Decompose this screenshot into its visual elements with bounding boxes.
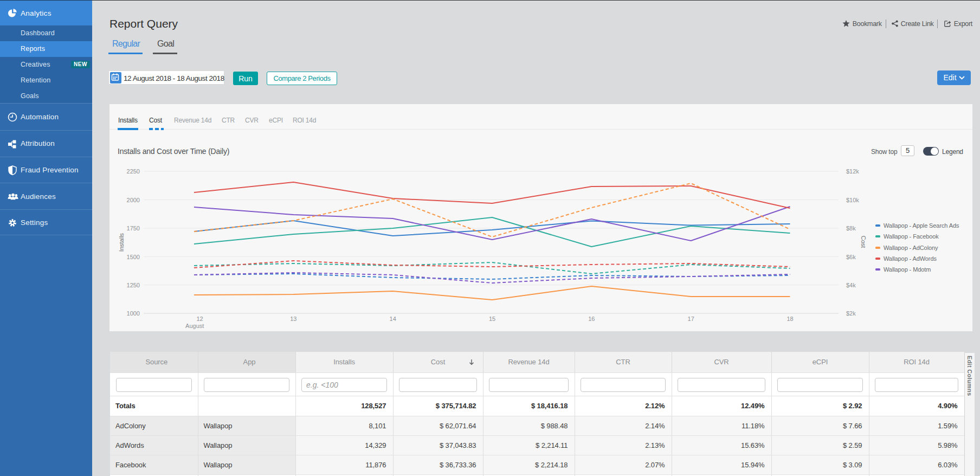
svg-text:14: 14 [390, 316, 396, 322]
svg-text:17: 17 [688, 316, 694, 322]
svg-text:Installs: Installs [118, 233, 125, 252]
svg-text:Wallapop - Mdotm: Wallapop - Mdotm [884, 266, 931, 273]
svg-text:$8k: $8k [846, 225, 856, 231]
svg-text:1000: 1000 [127, 310, 140, 317]
svg-text:15: 15 [489, 316, 495, 322]
svg-text:18: 18 [786, 316, 793, 322]
svg-text:Wallapop - Facebook: Wallapop - Facebook [884, 233, 939, 240]
svg-text:$2k: $2k [846, 310, 856, 317]
svg-text:$10k: $10k [846, 197, 859, 203]
svg-text:Wallapop - AdWords: Wallapop - AdWords [884, 255, 937, 262]
svg-text:$12k: $12k [846, 168, 859, 175]
svg-text:1250: 1250 [127, 282, 140, 288]
svg-text:16: 16 [588, 316, 595, 322]
svg-text:2000: 2000 [127, 197, 140, 203]
svg-text:1750: 1750 [127, 225, 140, 231]
svg-text:Wallapop - AdColony: Wallapop - AdColony [884, 245, 938, 251]
svg-text:$6k: $6k [846, 254, 856, 260]
svg-text:12: 12 [196, 316, 203, 322]
svg-text:13: 13 [290, 316, 296, 322]
svg-text:2250: 2250 [127, 168, 140, 175]
svg-text:Wallapop - Apple Search Ads: Wallapop - Apple Search Ads [884, 222, 959, 229]
svg-text:1500: 1500 [127, 254, 140, 260]
svg-text:Cost: Cost [860, 236, 867, 248]
svg-text:$4k: $4k [846, 282, 856, 288]
svg-text:August: August [185, 323, 204, 329]
